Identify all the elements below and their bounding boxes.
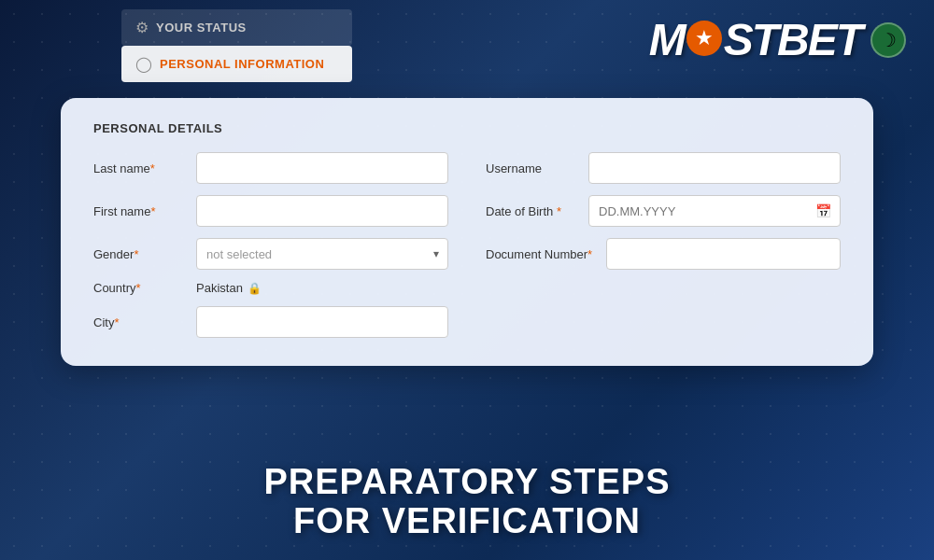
- gender-row: Gender* not selected Male Female ▾: [93, 238, 448, 270]
- city-input[interactable]: [196, 306, 448, 338]
- username-input[interactable]: [588, 152, 841, 184]
- form-right-column: Username Date of Birth * 📅 Document Numb…: [486, 152, 841, 338]
- status-tab-label: YOUR STATUS: [156, 21, 247, 35]
- document-required: *: [587, 247, 592, 261]
- document-number-input[interactable]: [606, 238, 841, 270]
- personal-details-card: PERSONAL DETAILS Last name* First name*: [61, 98, 873, 366]
- gender-select-wrapper: not selected Male Female ▾: [196, 238, 448, 270]
- footer-line2: FOR VERIFICATION: [0, 502, 934, 541]
- gender-label: Gender*: [93, 247, 182, 261]
- card-title: PERSONAL DETAILS: [93, 121, 841, 135]
- dob-row: Date of Birth * 📅: [486, 195, 841, 227]
- city-row: City*: [93, 306, 448, 338]
- gear-icon: ⚙: [135, 19, 149, 36]
- first-name-row: First name*: [93, 195, 448, 227]
- first-name-required: *: [150, 204, 155, 218]
- document-number-label: Document Number*: [486, 247, 592, 261]
- dob-required: *: [557, 204, 561, 218]
- first-name-input[interactable]: [196, 195, 448, 227]
- lock-icon: 🔒: [248, 282, 262, 295]
- last-name-row: Last name*: [93, 152, 448, 184]
- dob-wrapper: 📅: [588, 195, 841, 227]
- country-text: Pakistan: [196, 281, 243, 295]
- document-number-row: Document Number*: [486, 238, 841, 270]
- country-value: Pakistan 🔒: [196, 281, 262, 295]
- country-row: Country* Pakistan 🔒: [93, 281, 448, 295]
- top-navigation: ⚙ YOUR STATUS ◯ PERSONAL INFORMATION: [0, 0, 934, 98]
- footer-line1: PREPARATORY STEPS: [0, 463, 934, 502]
- footer-text: PREPARATORY STEPS FOR VERIFICATION: [0, 463, 934, 541]
- last-name-required: *: [150, 161, 155, 175]
- country-required: *: [136, 281, 141, 295]
- personal-information-tab[interactable]: ◯ PERSONAL INFORMATION: [121, 46, 352, 82]
- first-name-label: First name*: [93, 204, 182, 218]
- city-label: City*: [93, 315, 182, 329]
- dob-input[interactable]: [588, 195, 841, 227]
- nav-tabs-container: ⚙ YOUR STATUS ◯ PERSONAL INFORMATION: [121, 9, 352, 82]
- person-icon: ◯: [135, 55, 152, 73]
- last-name-label: Last name*: [93, 161, 182, 175]
- gender-required: *: [134, 247, 138, 261]
- last-name-input[interactable]: [196, 152, 448, 184]
- dob-label: Date of Birth *: [486, 204, 574, 218]
- username-row: Username: [486, 152, 841, 184]
- gender-select[interactable]: not selected Male Female: [196, 238, 448, 270]
- username-label: Username: [486, 161, 574, 175]
- status-tab[interactable]: ⚙ YOUR STATUS: [121, 9, 352, 46]
- country-label: Country*: [93, 281, 182, 295]
- city-required: *: [114, 315, 119, 329]
- personal-tab-label: PERSONAL INFORMATION: [160, 57, 324, 71]
- form-grid: Last name* First name* Gender* not selec…: [93, 152, 841, 338]
- form-left-column: Last name* First name* Gender* not selec…: [93, 152, 448, 338]
